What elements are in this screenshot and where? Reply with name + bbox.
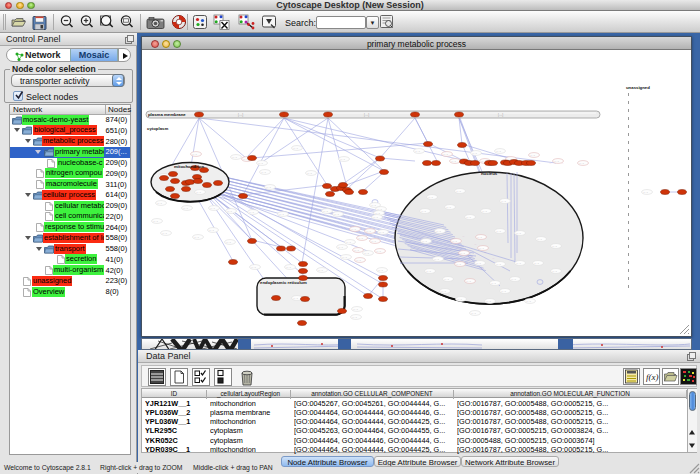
svg-text:(....): (....) [452,240,457,243]
svg-text:(....): (....) [471,312,476,315]
svg-text:(....): (....) [352,316,357,319]
svg-text:(....): (....) [209,229,214,232]
svg-text:(....): (....) [501,290,506,293]
svg-text:(....): (....) [334,213,339,216]
svg-text:(....): (....) [491,282,496,285]
svg-text:(....): (....) [516,262,521,265]
svg-text:(....): (....) [307,172,312,175]
svg-text:(....): (....) [446,206,451,209]
svg-text:(....): (....) [342,256,347,259]
svg-text:(....): (....) [353,308,358,311]
svg-text:(....): (....) [466,280,471,283]
svg-text:....: .... [484,251,487,253]
svg-text:[....]: [....] [498,113,503,117]
svg-text:....: .... [492,257,495,259]
svg-text:(....): (....) [554,160,559,163]
svg-text:(....): (....) [227,210,232,213]
svg-text:....: .... [470,255,473,257]
svg-text:(....): (....) [477,236,482,239]
svg-text:[....]: [....] [364,113,369,117]
svg-text:(....): (....) [426,270,431,273]
svg-text:(....): (....) [376,250,381,253]
svg-text:(....): (....) [373,216,378,219]
svg-text:(....): (....) [153,220,158,223]
svg-text:nucleus: nucleus [481,171,498,176]
svg-text:....: .... [474,243,477,245]
svg-text:(....): (....) [444,278,449,281]
svg-text:(....): (....) [261,171,266,174]
svg-text:(....): (....) [210,207,215,210]
svg-text:(....): (....) [534,262,539,265]
svg-text:(....): (....) [428,196,433,199]
svg-text:(....): (....) [530,154,535,157]
svg-text:(....): (....) [501,200,506,203]
svg-text:unassigned: unassigned [626,85,650,90]
svg-text:(....): (....) [183,207,188,210]
svg-text:(....): (....) [579,162,584,165]
svg-text:(....): (....) [466,216,471,219]
svg-text:(....): (....) [232,156,237,159]
svg-text:....: .... [538,162,541,164]
svg-text:....: .... [480,267,483,269]
svg-text:....: .... [452,259,455,261]
svg-text:(....): (....) [552,270,557,273]
svg-text:endoplasmic reticulum: endoplasmic reticulum [260,280,307,285]
svg-text:(....): (....) [479,247,484,250]
svg-text:(....): (....) [415,150,420,153]
svg-text:(....): (....) [196,191,201,194]
svg-text:(....): (....) [371,240,376,243]
svg-text:(....): (....) [443,153,448,156]
svg-text:(....): (....) [460,252,465,255]
svg-text:[....]: [....] [238,113,243,117]
svg-text:(....): (....) [157,202,162,205]
svg-text:(....): (....) [194,236,199,239]
svg-text:(....): (....) [496,150,501,153]
svg-text:....: .... [549,162,552,164]
svg-text:(....): (....) [441,290,446,293]
svg-text:(....): (....) [456,263,461,266]
svg-text:(....): (....) [496,230,501,233]
svg-text:(....): (....) [318,269,323,272]
svg-text:(....): (....) [456,190,461,193]
svg-text:cytoplasm: cytoplasm [147,126,168,131]
svg-text:(....): (....) [351,228,356,231]
svg-text:(....): (....) [476,262,481,265]
svg-text:(....): (....) [436,230,441,233]
svg-text:(....): (....) [293,147,298,150]
svg-text:(....): (....) [293,297,298,300]
svg-text:(....): (....) [162,232,167,235]
svg-text:(....): (....) [279,213,284,216]
svg-text:(....): (....) [379,231,384,234]
svg-text:(....): (....) [511,278,516,281]
svg-text:(....): (....) [323,210,328,213]
svg-text:(....): (....) [266,186,271,189]
svg-text:(....): (....) [526,300,531,303]
svg-text:(....): (....) [421,210,426,213]
svg-text:....: .... [458,246,461,248]
svg-text:(....): (....) [516,232,521,235]
svg-text:(....): (....) [552,245,557,248]
svg-text:(....): (....) [482,210,487,213]
svg-text:(....): (....) [251,266,256,269]
svg-text:(....): (....) [249,211,254,214]
svg-text:plasma membrane: plasma membrane [148,112,186,117]
svg-text:(....): (....) [354,249,359,252]
svg-text:(....): (....) [366,230,371,233]
svg-text:....: .... [561,162,564,164]
svg-text:(....): (....) [472,152,477,155]
svg-text:(....): (....) [346,241,351,244]
svg-text:(....): (....) [378,269,383,272]
svg-text:(....): (....) [422,240,427,243]
svg-text:....: .... [462,235,465,237]
svg-text:mitochondrion: mitochondrion [174,164,204,169]
svg-text:(....): (....) [258,162,263,165]
svg-text:(....): (....) [364,252,369,255]
svg-text:(....): (....) [340,158,345,161]
svg-text:(....): (....) [451,160,456,163]
svg-text:(....): (....) [457,298,462,301]
svg-text:(....): (....) [192,153,197,156]
svg-text:f(x): f(x) [646,372,659,382]
svg-text:(....): (....) [486,300,491,303]
svg-text:(....): (....) [356,259,361,262]
svg-text:(....): (....) [537,238,542,241]
